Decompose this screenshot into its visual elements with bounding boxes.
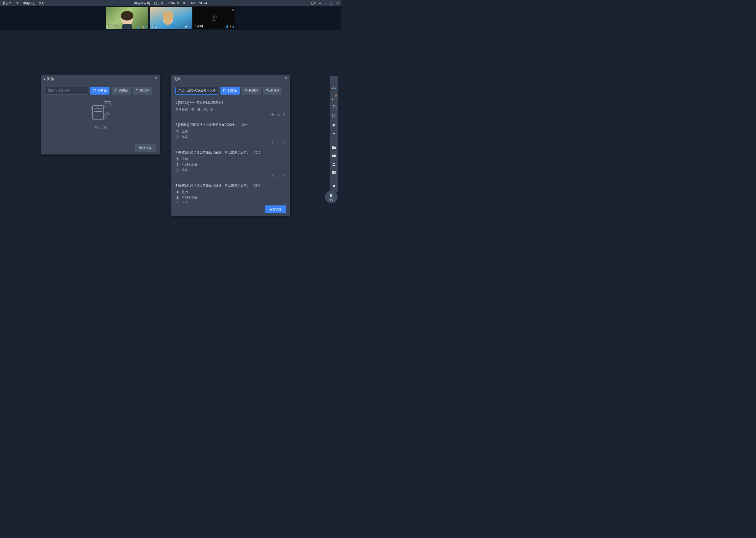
svg-text:T: T <box>333 105 335 109</box>
quiz-panel-filled: 测验 判断题 选择题 T 简答题 1 [简答题] 一年四季分别是哪四季?参考答案… <box>171 75 290 216</box>
delete-question-icon[interactable] <box>283 173 286 178</box>
person-icon[interactable] <box>332 162 336 167</box>
participant-name: Nina <box>151 25 157 28</box>
video-tile[interactable]: ✕ Nina <box>150 7 192 29</box>
svg-rect-8 <box>145 26 147 27</box>
svg-point-14 <box>213 16 215 18</box>
empty-caption: 暂无试题 <box>94 125 107 130</box>
audio-level-icon <box>137 25 140 28</box>
svg-rect-22 <box>93 106 104 119</box>
option-text: 错误 <box>182 201 188 203</box>
move-question-icon[interactable] <box>271 173 274 178</box>
video-tile[interactable]: ✕ 王小明 <box>193 7 235 29</box>
svg-rect-40 <box>333 154 335 155</box>
svg-point-38 <box>333 133 335 134</box>
option-text: 错误 <box>182 168 188 172</box>
video-tile[interactable]: 叮当老师 <box>106 7 148 29</box>
network-status: 网络状态：良好 <box>23 1 45 6</box>
svg-rect-17 <box>233 26 234 27</box>
option-text: 不完全正确 <box>182 162 197 167</box>
short-answer-button[interactable]: T 简答题 <box>133 87 152 94</box>
option-text: 不完全正确 <box>182 195 197 200</box>
edit-question-icon[interactable] <box>277 173 280 178</box>
svg-point-27 <box>105 103 106 104</box>
close-panel-icon[interactable] <box>285 77 288 81</box>
move-icon[interactable] <box>332 87 336 92</box>
question-title: 3 [单选题] 施华洛世奇是反华品牌，所以梁鼎琪反华。 （2分） <box>175 150 286 155</box>
edit-question-icon[interactable] <box>277 140 280 144</box>
close-panel-icon[interactable] <box>154 77 158 81</box>
question-option: B不完全正确 <box>175 162 286 167</box>
question-title: 1 [简答题] 一年四季分别是哪四季? <box>175 100 286 105</box>
minimize-icon[interactable] <box>324 2 328 5</box>
question-title: 2 [判断题] 我国宪法上一次更新是在2020年。 （2分） <box>175 123 286 127</box>
close-window-icon[interactable] <box>336 2 339 5</box>
judge-question-button[interactable]: 判断题 <box>220 87 240 94</box>
bell-icon[interactable] <box>332 185 336 190</box>
option-letter: A <box>175 190 179 194</box>
camera-toggle-icon[interactable] <box>311 2 315 5</box>
svg-rect-0 <box>311 2 314 4</box>
save-quiz-button[interactable]: 保存试卷 <box>265 205 286 213</box>
delete-question-icon[interactable] <box>283 140 286 144</box>
chat-icon[interactable] <box>332 171 336 176</box>
svg-point-29 <box>109 103 110 104</box>
svg-point-37 <box>332 116 333 117</box>
svg-point-7 <box>143 27 143 27</box>
cursor-click-icon[interactable] <box>332 78 336 83</box>
hand-count: 0/2 <box>329 198 333 201</box>
dot-tool-icon[interactable] <box>332 131 336 136</box>
option-letter: B <box>175 135 179 139</box>
svg-point-4 <box>121 11 133 21</box>
svg-text:T: T <box>136 90 138 92</box>
hand-raise-badge[interactable]: 0/2 <box>325 191 338 203</box>
quiz-name-input[interactable] <box>45 87 88 94</box>
close-tile-icon[interactable]: ✕ <box>188 8 191 12</box>
participant-name: 王小明 <box>194 24 203 28</box>
course-title: 神秘大自然 <box>134 1 150 6</box>
session-id: ID：2020070324 <box>183 1 207 6</box>
close-tile-icon[interactable]: ✕ <box>231 8 234 12</box>
move-question-icon[interactable] <box>271 113 274 117</box>
svg-rect-5 <box>122 24 132 29</box>
text-icon[interactable]: T <box>332 105 336 110</box>
camera-icon <box>141 26 144 28</box>
fullscreen-icon[interactable] <box>330 2 333 5</box>
choice-question-button[interactable]: 选择题 <box>112 87 131 94</box>
scissors-icon[interactable] <box>332 114 336 119</box>
pen-icon[interactable] <box>332 96 336 101</box>
folder-icon[interactable] <box>332 145 336 150</box>
participant-name: 叮当老师 <box>107 24 118 28</box>
option-letter: A <box>175 130 179 134</box>
elapsed-time: 已上课：02:34:09 <box>154 1 179 6</box>
svg-rect-18 <box>93 89 96 92</box>
question-item: 4 [多选题] 施华洛世奇是反华品牌，所以梁鼎琪反华。 （2分）A是的B不完全正… <box>175 181 286 203</box>
svg-rect-12 <box>189 26 190 27</box>
svg-point-28 <box>107 103 108 104</box>
edit-question-icon[interactable] <box>277 113 280 117</box>
move-question-icon[interactable] <box>271 140 274 144</box>
question-option: A正确 <box>175 157 286 161</box>
svg-rect-39 <box>332 155 336 157</box>
option-letter: B <box>175 196 179 200</box>
microphone-icon <box>188 26 191 28</box>
question-option: A是的 <box>175 190 286 194</box>
empty-state: 暂无试题 <box>45 101 156 130</box>
svg-point-46 <box>334 188 334 188</box>
judge-question-button[interactable]: 判断题 <box>90 87 110 94</box>
option-letter: C <box>175 168 179 172</box>
audio-level-icon <box>225 25 228 28</box>
save-quiz-button[interactable]: 保存试卷 <box>135 144 156 152</box>
svg-point-45 <box>334 172 335 173</box>
quiz-name-input[interactable] <box>175 87 218 94</box>
choice-question-button[interactable]: 选择题 <box>242 87 261 94</box>
short-answer-button[interactable]: T 简答题 <box>263 87 282 94</box>
option-text: 正确 <box>182 157 188 161</box>
back-icon[interactable] <box>44 77 46 81</box>
option-letter: A <box>175 157 179 161</box>
eraser-icon[interactable] <box>332 123 336 128</box>
question-item: 1 [简答题] 一年四季分别是哪四季?参考答案：春、夏、秋、冬 <box>175 98 286 120</box>
toolbox-icon[interactable] <box>332 154 336 158</box>
delete-question-icon[interactable] <box>283 113 286 117</box>
settings-icon[interactable] <box>318 1 322 5</box>
